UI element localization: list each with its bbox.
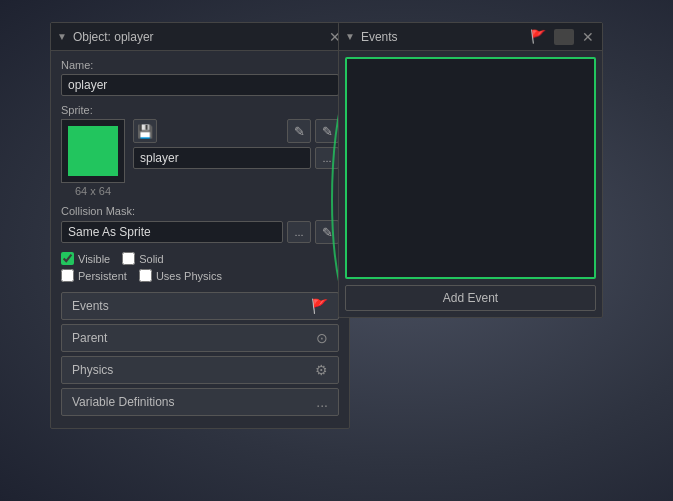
- collision-row: ... ✎: [61, 220, 339, 244]
- name-section: Name:: [61, 59, 339, 96]
- collision-edit-button[interactable]: ✎: [315, 220, 339, 244]
- events-list-area: [345, 57, 596, 279]
- physics-button[interactable]: Physics ⚙: [61, 356, 339, 384]
- parent-button[interactable]: Parent ⊙: [61, 324, 339, 352]
- visible-label: Visible: [78, 253, 110, 265]
- object-panel: ▼ Object: oplayer ✕ Name: Sprite: 64 x 6…: [50, 22, 350, 429]
- sprite-thumbnail: [68, 126, 118, 176]
- events-label: Events: [72, 299, 109, 313]
- uses-physics-label: Uses Physics: [156, 270, 222, 282]
- events-flag-icon: 🚩: [311, 298, 328, 314]
- add-event-label: Add Event: [443, 291, 498, 305]
- checkboxes-row-1: Visible Solid: [61, 252, 339, 265]
- sprite-section: Sprite: 64 x 64 💾 ✎ ✎: [61, 104, 339, 197]
- events-button[interactable]: Events 🚩: [61, 292, 339, 320]
- collapse-arrow: ▼: [57, 31, 67, 42]
- variable-definitions-label: Variable Definitions: [72, 395, 175, 409]
- variable-definitions-icon: ...: [316, 394, 328, 410]
- panel-title: Object: oplayer: [73, 30, 321, 44]
- persistent-checkbox[interactable]: [61, 269, 74, 282]
- events-header-flag-icon: 🚩: [530, 29, 546, 44]
- events-close-button[interactable]: ✕: [580, 30, 596, 44]
- name-input[interactable]: [61, 74, 339, 96]
- physics-label: Physics: [72, 363, 113, 377]
- collision-section: Collision Mask: ... ✎: [61, 205, 339, 244]
- persistent-checkbox-item: Persistent: [61, 269, 127, 282]
- sprite-browse-button[interactable]: 💾: [133, 119, 157, 143]
- sprite-name-input[interactable]: [133, 147, 311, 169]
- events-panel-header: ▼ Events 🚩 ✕: [339, 23, 602, 51]
- object-panel-header: ▼ Object: oplayer ✕: [51, 23, 349, 51]
- checkboxes-row-2: Persistent Uses Physics: [61, 269, 339, 282]
- panel-body: Name: Sprite: 64 x 64 💾 ✎ ✎: [51, 51, 349, 428]
- solid-label: Solid: [139, 253, 163, 265]
- collision-label: Collision Mask:: [61, 205, 339, 217]
- parent-icon: ⊙: [316, 330, 328, 346]
- sprite-dots-button[interactable]: ...: [315, 147, 339, 169]
- events-panel-title: Events: [361, 30, 524, 44]
- add-event-button[interactable]: Add Event: [345, 285, 596, 311]
- physics-icon: ⚙: [315, 362, 328, 378]
- events-collapse-arrow: ▼: [345, 31, 355, 42]
- sprite-edit-button[interactable]: ✎: [287, 119, 311, 143]
- solid-checkbox[interactable]: [122, 252, 135, 265]
- variable-definitions-button[interactable]: Variable Definitions ...: [61, 388, 339, 416]
- sprite-main-row: 64 x 64 💾 ✎ ✎ ...: [61, 119, 339, 197]
- events-header-icon2: [554, 29, 574, 45]
- solid-checkbox-item: Solid: [122, 252, 163, 265]
- uses-physics-checkbox[interactable]: [139, 269, 152, 282]
- sprite-preview[interactable]: [61, 119, 125, 183]
- collision-dots-button[interactable]: ...: [287, 221, 311, 243]
- uses-physics-checkbox-item: Uses Physics: [139, 269, 222, 282]
- sprite-size: 64 x 64: [75, 185, 111, 197]
- name-label: Name:: [61, 59, 339, 71]
- sprite-icon-row: 💾 ✎ ✎: [133, 119, 339, 143]
- events-panel: ▼ Events 🚩 ✕ Add Event: [338, 22, 603, 318]
- visible-checkbox-item: Visible: [61, 252, 110, 265]
- sprite-name-row: ...: [133, 147, 339, 169]
- persistent-label: Persistent: [78, 270, 127, 282]
- collision-input[interactable]: [61, 221, 283, 243]
- sprite-controls: 💾 ✎ ✎ ...: [133, 119, 339, 169]
- sprite-pen-button[interactable]: ✎: [315, 119, 339, 143]
- visible-checkbox[interactable]: [61, 252, 74, 265]
- parent-label: Parent: [72, 331, 107, 345]
- sprite-label: Sprite:: [61, 104, 339, 116]
